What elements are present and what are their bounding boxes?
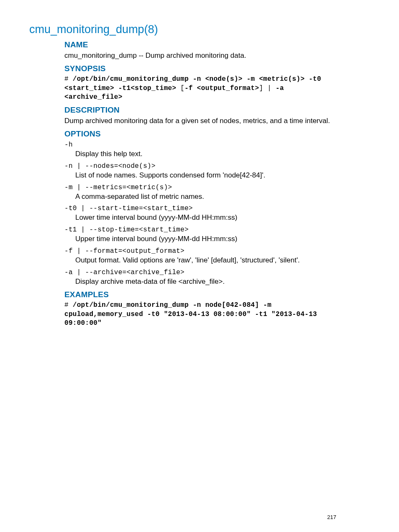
- option-item: -f | --format=<output_format> Output for…: [64, 247, 336, 265]
- option-item: -n | --nodes=<node(s)> List of node name…: [64, 162, 336, 180]
- option-flag: -m | --metrics=<metric(s)>: [64, 184, 336, 191]
- page-number: 217: [327, 514, 336, 520]
- section-examples-heading: EXAMPLES: [64, 290, 336, 299]
- examples-prefix: #: [64, 301, 73, 309]
- section-options-heading: OPTIONS: [64, 129, 336, 139]
- synopsis-cmd-f: -f <output_format>: [184, 85, 259, 92]
- option-item: -t0 | --start-time=<start_time> Lower ti…: [64, 205, 336, 223]
- synopsis-mid2: ] |: [259, 85, 276, 92]
- synopsis-command: # /opt/bin/cmu_monitoring_dump -n <node(…: [64, 75, 336, 102]
- name-body: cmu_monitoring_dump -- Dump archived mon…: [64, 51, 336, 61]
- option-desc: Upper time interval bound (yyyy-MM-dd HH…: [75, 234, 336, 244]
- option-item: -m | --metrics=<metric(s)> A comma-separ…: [64, 184, 336, 202]
- option-item: -t1 | --stop-time=<start_time> Upper tim…: [64, 226, 336, 244]
- content-body: NAME cmu_monitoring_dump -- Dump archive…: [64, 40, 336, 328]
- examples-command: # /opt/bin/cmu_monitoring_dump -n node[0…: [64, 301, 336, 328]
- synopsis-mid1: [: [176, 85, 184, 92]
- option-flag: -a | --archive=<archive_file>: [64, 269, 336, 276]
- option-desc: A comma-separated list of metric names.: [75, 192, 336, 202]
- description-body: Dump archived monitoring data for a give…: [64, 116, 336, 126]
- page-title: cmu_monitoring_dump(8): [29, 23, 336, 36]
- option-desc: Lower time interval bound (yyyy-MM-dd HH…: [75, 213, 336, 223]
- option-item: -h Display this help text.: [64, 141, 336, 159]
- option-desc: Display archive meta-data of file <archi…: [75, 277, 336, 287]
- option-item: -a | --archive=<archive_file> Display ar…: [64, 269, 336, 287]
- option-flag: -n | --nodes=<node(s)>: [64, 162, 336, 170]
- option-desc: List of node names. Supports condensed f…: [75, 171, 336, 180]
- option-desc: Output format. Valid options are 'raw', …: [75, 256, 336, 265]
- section-synopsis-heading: SYNOPSIS: [64, 64, 336, 73]
- option-flag: -t0 | --start-time=<start_time>: [64, 205, 336, 212]
- option-flag: -t1 | --stop-time=<start_time>: [64, 226, 336, 234]
- synopsis-prefix: #: [64, 75, 73, 83]
- option-flag: -f | --format=<output_format>: [64, 247, 336, 255]
- section-name-heading: NAME: [64, 40, 336, 49]
- option-flag: -h: [64, 141, 336, 149]
- examples-cmd-text: /opt/bin/cmu_monitoring_dump -n node[042…: [64, 301, 321, 327]
- section-description-heading: DESCRIPTION: [64, 105, 336, 115]
- option-desc: Display this help text.: [75, 149, 336, 159]
